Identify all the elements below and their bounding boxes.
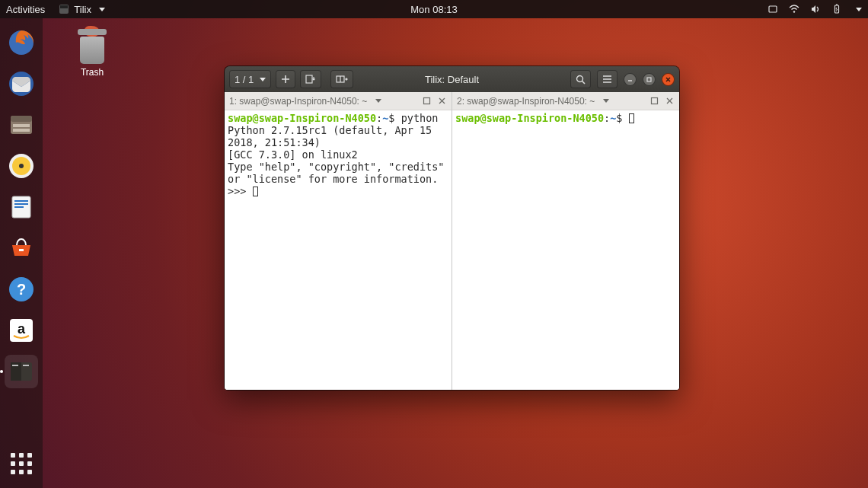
chevron-down-icon — [260, 78, 266, 81]
keyboard-indicator-icon[interactable] — [767, 4, 778, 14]
svg-text:a: a — [18, 321, 26, 336]
terminal-1[interactable]: swap@swap-Inspiron-N4050:~$ python Pytho… — [225, 110, 452, 390]
cursor-icon — [629, 113, 634, 123]
svg-rect-2 — [769, 6, 777, 12]
pane-maximize-icon[interactable] — [421, 96, 432, 107]
svg-rect-29 — [306, 75, 312, 83]
app-menu-label: Tilix — [74, 4, 91, 15]
dock-software[interactable] — [5, 231, 38, 265]
svg-text:?: ? — [17, 281, 26, 298]
pane-maximize-icon[interactable] — [649, 96, 659, 107]
pane-close-icon[interactable] — [664, 96, 675, 107]
pane-1-title: 1: swap@swap-Inspiron-N4050: ~ — [229, 96, 367, 107]
session-counter-label: 1 / 1 — [235, 74, 254, 85]
svg-point-14 — [19, 164, 24, 168]
chevron-down-icon[interactable] — [372, 96, 382, 107]
svg-rect-44 — [651, 98, 657, 104]
dock-rhythmbox[interactable] — [5, 149, 38, 183]
svg-rect-1 — [60, 5, 68, 8]
dock-writer[interactable] — [5, 190, 38, 224]
trash-icon — [75, 26, 109, 64]
window-body: 1: swap@swap-Inspiron-N4050: ~ swap@swap… — [225, 92, 679, 390]
desktop-trash-label: Trash — [65, 67, 119, 78]
chevron-down-icon — [99, 8, 105, 11]
new-session-button[interactable] — [276, 70, 295, 88]
terminal-command: python — [395, 112, 439, 124]
volume-icon[interactable] — [810, 4, 821, 14]
window-titlebar[interactable]: 1 / 1 Tilix: Default — [225, 66, 679, 92]
add-terminal-right-icon — [336, 75, 348, 84]
dock-firefox[interactable] — [5, 26, 38, 59]
battery-icon[interactable] — [831, 4, 842, 14]
hamburger-menu-button[interactable] — [597, 70, 617, 88]
svg-rect-9 — [11, 116, 32, 122]
hamburger-icon — [602, 75, 612, 84]
svg-line-33 — [582, 81, 586, 84]
network-wifi-icon[interactable] — [789, 4, 799, 14]
clock[interactable]: Mon 08:13 — [410, 4, 457, 15]
window-maximize-button[interactable] — [643, 73, 656, 86]
svg-rect-11 — [13, 129, 30, 132]
window-minimize-button[interactable] — [624, 73, 637, 86]
svg-point-3 — [793, 11, 795, 12]
svg-rect-27 — [12, 365, 18, 366]
window-title: Tilix: Default — [425, 74, 479, 85]
split-down-button[interactable] — [300, 70, 321, 88]
window-close-button[interactable] — [662, 73, 675, 86]
show-applications-button[interactable] — [6, 448, 37, 479]
system-menu-chevron-icon[interactable] — [856, 8, 862, 11]
tilix-app-icon — [59, 4, 69, 14]
dock-help[interactable]: ? — [5, 273, 38, 306]
pane-2-title: 2: swap@swap-Inspiron-N4050: ~ — [457, 96, 595, 107]
prompt-user: swap@swap-Inspiron-N4050 — [455, 112, 604, 124]
search-icon — [576, 75, 586, 85]
terminal-2[interactable]: swap@swap-Inspiron-N4050:~$ — [452, 110, 679, 390]
chevron-down-icon[interactable] — [599, 96, 610, 107]
svg-rect-19 — [14, 206, 24, 208]
pane-1-tabbar: 1: swap@swap-Inspiron-N4050: ~ — [225, 92, 452, 110]
session-counter[interactable]: 1 / 1 — [229, 70, 271, 88]
svg-rect-5 — [836, 5, 838, 6]
top-bar: Activities Tilix Mon 08:13 — [0, 0, 868, 18]
app-menu[interactable]: Tilix — [59, 4, 105, 15]
plus-icon — [281, 75, 290, 84]
add-terminal-down-icon — [305, 75, 316, 84]
svg-rect-41 — [423, 98, 429, 104]
svg-point-32 — [577, 75, 583, 81]
search-button[interactable] — [570, 70, 591, 88]
desktop-trash[interactable]: Trash — [65, 26, 119, 78]
prompt-user: swap@swap-Inspiron-N4050 — [228, 112, 376, 124]
pane-close-icon[interactable] — [436, 96, 447, 107]
dock: ? a — [0, 18, 43, 488]
dock-thunderbird[interactable] — [5, 67, 38, 100]
terminal-pane-1: 1: swap@swap-Inspiron-N4050: ~ swap@swap… — [225, 92, 452, 390]
python-prompt: >>> — [228, 185, 253, 197]
svg-rect-20 — [19, 249, 24, 251]
tilix-window: 1 / 1 Tilix: Default — [225, 66, 679, 390]
svg-rect-38 — [647, 78, 651, 81]
split-right-button[interactable] — [330, 70, 353, 88]
terminal-output: Python 2.7.15rc1 (default, Apr 15 2018, … — [228, 124, 451, 185]
svg-rect-18 — [14, 203, 28, 205]
svg-rect-10 — [13, 124, 30, 127]
svg-rect-28 — [23, 365, 29, 366]
activities-button[interactable]: Activities — [6, 4, 45, 15]
pane-2-tabbar: 2: swap@swap-Inspiron-N4050: ~ — [452, 92, 679, 110]
dock-files[interactable] — [5, 108, 38, 142]
dock-amazon[interactable]: a — [5, 314, 38, 347]
cursor-icon — [253, 187, 258, 196]
dock-tilix[interactable] — [5, 355, 38, 388]
terminal-pane-2: 2: swap@swap-Inspiron-N4050: ~ swap@swap… — [452, 92, 679, 390]
svg-rect-17 — [14, 200, 28, 202]
